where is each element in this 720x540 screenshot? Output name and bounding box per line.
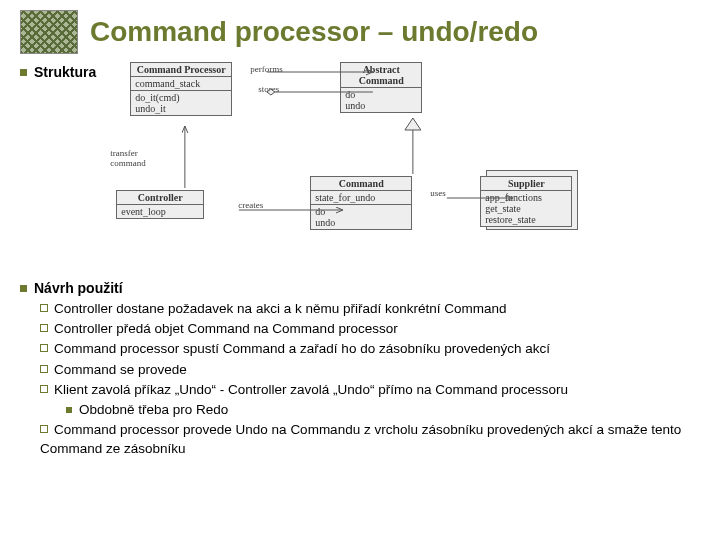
list-item: Command processor provede Undo na Comman… (40, 421, 700, 457)
label-performs: performs (250, 64, 283, 74)
box-header: Abstract Command (341, 63, 421, 88)
usage-list: Controller dostane požadavek na akci a k… (20, 300, 700, 458)
section-struktura: Struktura (20, 64, 96, 80)
box-header: Command Processor (131, 63, 231, 77)
box-abstract-command: Abstract Command do undo (340, 62, 422, 113)
label-creates: creates (238, 200, 263, 210)
box-controller: Controller event_loop (116, 190, 204, 219)
section-navrh-header: Návrh použití (20, 280, 700, 296)
box-attr: command_stack (131, 77, 231, 91)
section-navrh-label: Návrh použití (34, 280, 123, 296)
box-command: Command state_for_undo do undo (310, 176, 412, 230)
bullet-icon (40, 304, 48, 312)
list-item-text: Command processor provede Undo na Comman… (40, 422, 681, 455)
box-header: Supplier (481, 177, 571, 191)
structure-row: Struktura Command Processor command_stac… (20, 62, 700, 262)
bullet-icon (20, 285, 27, 292)
box-command-processor: Command Processor command_stack do_it(cm… (130, 62, 232, 116)
slide: Command processor – undo/redo Struktura … (0, 0, 720, 470)
box-attr: state_for_undo (311, 191, 411, 205)
list-item-text: Controller dostane požadavek na akci a k… (54, 301, 507, 316)
box-attr: event_loop (117, 205, 203, 218)
bullet-icon (40, 344, 48, 352)
box-ops: do undo (341, 88, 421, 112)
section-navrh: Návrh použití Controller dostane požadav… (20, 280, 700, 458)
bullet-icon (66, 407, 72, 413)
label-uses: uses (430, 188, 446, 198)
list-item-text: Command processor spustí Command a zařad… (54, 341, 550, 356)
box-header: Command (311, 177, 411, 191)
bullet-icon (40, 425, 48, 433)
list-item: Command se provede (40, 361, 700, 379)
box-ops: app_functions get_state restore_state (481, 191, 571, 226)
box-header: Controller (117, 191, 203, 205)
list-item: Obdobně třeba pro Redo (66, 401, 700, 419)
label-stores: stores (258, 84, 279, 94)
page-title: Command processor – undo/redo (90, 16, 538, 48)
bullet-icon (20, 69, 27, 76)
logo-icon (20, 10, 78, 54)
list-item: Controller předá objet Command na Comman… (40, 320, 700, 338)
box-ops: do undo (311, 205, 411, 229)
bullet-icon (40, 365, 48, 373)
list-item: Command processor spustí Command a zařad… (40, 340, 700, 358)
list-item-text: Controller předá objet Command na Comman… (54, 321, 398, 336)
list-item: Klient zavolá příkaz „Undo“ - Controller… (40, 381, 700, 419)
uml-diagram: Command Processor command_stack do_it(cm… (110, 62, 700, 262)
section-struktura-label: Struktura (34, 64, 96, 80)
bullet-icon (40, 324, 48, 332)
label-transfer: transfer command (110, 148, 160, 168)
list-item-text: Klient zavolá příkaz „Undo“ - Controller… (54, 382, 568, 397)
nested-list: Obdobně třeba pro Redo (40, 401, 700, 419)
title-row: Command processor – undo/redo (20, 10, 700, 54)
bullet-icon (40, 385, 48, 393)
list-item-text: Command se provede (54, 362, 187, 377)
list-item: Controller dostane požadavek na akci a k… (40, 300, 700, 318)
box-ops: do_it(cmd) undo_it (131, 91, 231, 115)
box-supplier: Supplier app_functions get_state restore… (480, 176, 572, 227)
list-item-text: Obdobně třeba pro Redo (79, 402, 228, 417)
